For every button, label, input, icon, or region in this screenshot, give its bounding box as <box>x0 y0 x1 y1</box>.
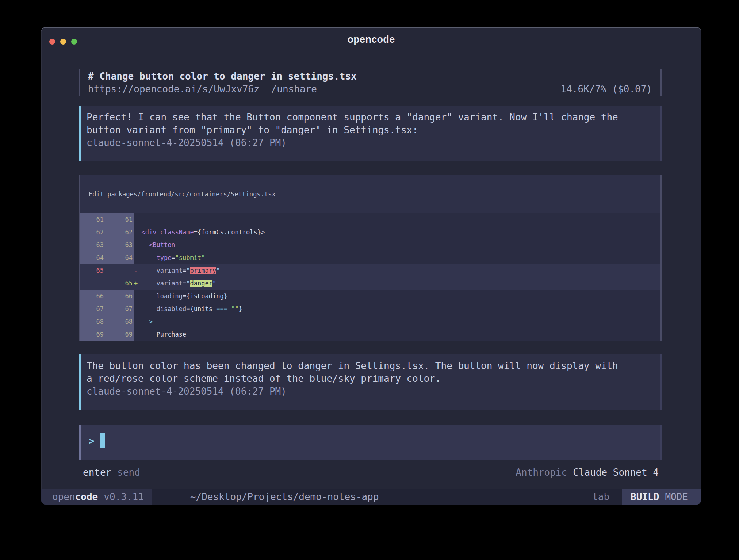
diff-card: Edit packages/frontend/src/containers/Se… <box>79 175 662 341</box>
assistant-message-2: The button color has been changed to dan… <box>79 354 662 410</box>
line-number-old: 61 <box>80 213 107 226</box>
line-number-old: 65 <box>80 264 107 277</box>
close-button[interactable] <box>49 39 55 45</box>
traffic-lights <box>49 39 77 45</box>
line-number-new: 61 <box>107 213 134 226</box>
build-label: BUILD <box>631 491 659 502</box>
line-number-old: 66 <box>80 290 107 303</box>
session-subheader: https://opencode.ai/s/UwJxv76z/unshare 1… <box>88 83 652 95</box>
session-share-row: https://opencode.ai/s/UwJxv76z/unshare <box>88 83 317 95</box>
app-name-open: open <box>52 491 75 502</box>
unshare-command: /unshare <box>271 84 317 95</box>
diff-row: 6161 <box>80 213 660 226</box>
diff-rows: 61616262 <div className={formCs.controls… <box>80 213 660 341</box>
line-number-new: 65 <box>107 277 134 290</box>
app-window: opencode # Change button color to danger… <box>41 27 701 505</box>
line-number-old: 67 <box>80 303 107 315</box>
line-number-new: 69 <box>107 328 134 341</box>
line-number-new: 64 <box>107 252 134 264</box>
line-number-old: 63 <box>80 239 107 252</box>
line-number-old: 69 <box>80 328 107 341</box>
message-meta: claude-sonnet-4-20250514 (06:27 PM) <box>87 137 653 149</box>
window-title: opencode <box>348 34 395 45</box>
tab-key-hint[interactable]: tab <box>592 491 609 502</box>
code-line <box>134 213 660 226</box>
line-number-old <box>80 277 107 290</box>
line-number-old: 68 <box>80 315 107 328</box>
status-bar: opencodev0.3.11 ~/Desktop/Projects/demo-… <box>41 489 701 505</box>
assistant-message-1: Perfect! I can see that the Button compo… <box>79 106 662 161</box>
provider-label: Anthropic <box>516 467 567 478</box>
line-number-new: 67 <box>107 303 134 315</box>
message-text: Perfect! I can see that the Button compo… <box>87 111 653 137</box>
session-share-url[interactable]: https://opencode.ai/s/UwJxv76z <box>88 84 260 95</box>
message-text: The button color has been changed to dan… <box>87 360 653 385</box>
diff-row: 6767 disabled={units === ""} <box>80 303 660 315</box>
model-hint: AnthropicClaude Sonnet 4 <box>516 467 659 478</box>
diff-row: 6666 loading={isLoading} <box>80 290 660 303</box>
line-number-new: 62 <box>107 226 134 239</box>
session-header: # Change button color to danger in setti… <box>79 69 662 96</box>
diff-row: 6262 <div className={formCs.controls}> <box>80 226 660 239</box>
mode-label: MODE <box>665 491 688 502</box>
session-title: # Change button color to danger in setti… <box>88 70 652 83</box>
line-number-new: 63 <box>107 239 134 252</box>
diff-row: 6464 type="submit" <box>80 252 660 264</box>
diff-row: 65- variant="primary" <box>80 264 660 277</box>
code-line: - variant="primary" <box>134 264 660 277</box>
zoom-button[interactable] <box>71 39 77 45</box>
prompt-symbol: > <box>89 436 95 446</box>
enter-key-label: enter <box>83 467 111 478</box>
context-stats: 14.6K/7% ($0.07) <box>561 83 652 95</box>
app-version: v0.3.11 <box>104 491 144 502</box>
working-directory: ~/Desktop/Projects/demo-notes-app <box>190 491 379 502</box>
code-line: type="submit" <box>134 252 660 264</box>
app-name-badge: opencodev0.3.11 <box>41 489 152 505</box>
code-line: <Button <box>134 239 660 252</box>
diff-row: 6363 <Button <box>80 239 660 252</box>
code-line: <div className={formCs.controls}> <box>134 226 660 239</box>
line-number-new: 66 <box>107 290 134 303</box>
app-name-code: code <box>75 491 98 502</box>
mode-badge: BUILDMODE <box>622 489 701 505</box>
enter-hint: entersend <box>83 467 140 478</box>
line-number-new: 68 <box>107 315 134 328</box>
model-label: Claude Sonnet 4 <box>573 467 659 478</box>
diff-row: 6969 Purchase <box>80 328 660 341</box>
footer-hints: entersend AnthropicClaude Sonnet 4 <box>79 467 662 478</box>
code-line: > <box>134 315 660 328</box>
diff-title: Edit packages/frontend/src/containers/Se… <box>80 175 660 213</box>
code-line: loading={isLoading} <box>134 290 660 303</box>
prompt-input[interactable]: > <box>79 425 662 460</box>
text-cursor <box>100 433 105 448</box>
line-number-old: 62 <box>80 226 107 239</box>
code-line: disabled={units === ""} <box>134 303 660 315</box>
code-line: Purchase <box>134 328 660 341</box>
line-number-new <box>107 264 134 277</box>
window-titlebar: opencode <box>41 27 701 52</box>
minimize-button[interactable] <box>60 39 66 45</box>
diff-row: 6868 > <box>80 315 660 328</box>
send-label: send <box>117 467 140 478</box>
message-meta: claude-sonnet-4-20250514 (06:27 PM) <box>87 385 653 398</box>
main-content: # Change button color to danger in setti… <box>79 52 662 505</box>
code-line: + variant="danger" <box>134 277 660 290</box>
diff-row: 65+ variant="danger" <box>80 277 660 290</box>
line-number-old: 64 <box>80 252 107 264</box>
